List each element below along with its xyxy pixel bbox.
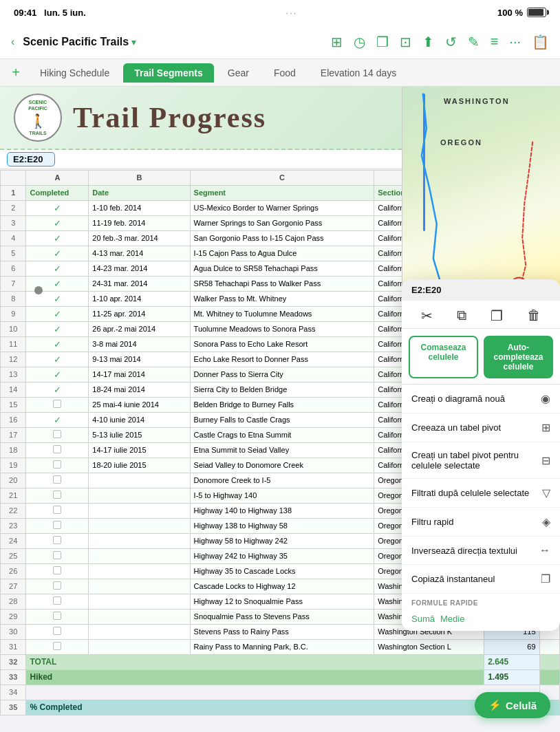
checkmark-icon: ✓ bbox=[54, 415, 61, 425]
checkbox-icon bbox=[53, 430, 61, 438]
merge-cells-button[interactable]: Comaseaza celulele bbox=[409, 336, 478, 378]
hiked-row: 33 Hiked 1.495 bbox=[1, 669, 560, 685]
pencil-icon[interactable]: ✎ bbox=[468, 34, 480, 50]
total-row: 32 TOTAL 2.645 bbox=[1, 654, 560, 669]
cell-button-label: Celulă bbox=[506, 700, 537, 711]
reverse-text-item[interactable]: Inversează direcția textului ↔ bbox=[402, 537, 560, 565]
create-pivot-item[interactable]: Creeaza un tabel pivot ⊞ bbox=[402, 413, 560, 442]
auto-complete-button[interactable]: Auto-completeaza celulele bbox=[484, 336, 553, 378]
checkmark-icon: ✓ bbox=[54, 203, 61, 213]
checkbox-icon bbox=[53, 445, 61, 453]
checkmark-icon: ✓ bbox=[54, 218, 61, 228]
delete-button[interactable]: 🗑 bbox=[527, 308, 541, 324]
filter-by-cells-item[interactable]: Filtrati după celulele selectate ▽ bbox=[402, 479, 560, 508]
back-button[interactable]: ‹ bbox=[11, 36, 14, 48]
formulas-row: Sumă Medie bbox=[402, 610, 560, 631]
status-battery: 100 % bbox=[497, 8, 546, 18]
context-top-buttons: Comaseaza celulele Auto-completeaza celu… bbox=[402, 329, 560, 385]
create-chart-item[interactable]: Creați o diagramă nouă ◉ bbox=[402, 385, 560, 413]
tabs: + Hiking Schedule Trail Segments Gear Fo… bbox=[0, 59, 560, 87]
lightning-icon: ⚡ bbox=[488, 699, 502, 711]
checkbox-icon bbox=[53, 506, 61, 514]
checkbox-icon bbox=[53, 596, 61, 605]
checkmark-icon: ✓ bbox=[54, 309, 61, 319]
photo-icon[interactable]: ⊡ bbox=[400, 34, 411, 50]
checkbox-icon bbox=[53, 566, 61, 574]
total-label: TOTAL bbox=[26, 654, 484, 669]
checkbox-icon bbox=[53, 460, 61, 469]
checkmark-icon: ✓ bbox=[54, 294, 61, 304]
tab-hiking-schedule[interactable]: Hiking Schedule bbox=[29, 63, 120, 83]
checkbox-icon bbox=[53, 642, 61, 650]
checkmark-icon: ✓ bbox=[54, 354, 61, 365]
checkbox-icon bbox=[53, 612, 61, 620]
checkbox-icon bbox=[53, 400, 61, 408]
clock-icon[interactable]: ◷ bbox=[354, 34, 365, 50]
empty-row-34: 34 bbox=[1, 685, 560, 700]
checkbox-icon bbox=[53, 627, 61, 635]
checkmark-icon: ✓ bbox=[54, 385, 61, 395]
pct-label: % Completed bbox=[26, 700, 484, 715]
context-menu: E2:E20 ✂ ⧉ ❐ 🗑 Comaseaza celulele Auto-c… bbox=[402, 279, 560, 631]
h-segment: Segment bbox=[190, 185, 374, 200]
status-time: 09:41 lun. 5 iun. bbox=[14, 8, 86, 18]
hiked-label: Hiked bbox=[26, 669, 484, 685]
logo: SCENIC PACIFIC 🚶 TRAILS bbox=[14, 94, 62, 142]
table-row[interactable]: 31Rainy Pass to Manning Park, B.C.Washin… bbox=[1, 639, 560, 654]
cell-reference: E2:E20 bbox=[7, 152, 55, 166]
table-icon[interactable]: ⊞ bbox=[331, 34, 343, 50]
tab-gear[interactable]: Gear bbox=[217, 63, 260, 83]
checkbox-icon bbox=[53, 551, 61, 559]
checkmark-icon: ✓ bbox=[54, 279, 61, 289]
freeze-indicator[interactable] bbox=[34, 286, 43, 294]
context-menu-cell-ref: E2:E20 bbox=[402, 279, 560, 301]
checkmark-icon: ✓ bbox=[54, 248, 61, 259]
checkbox-icon bbox=[53, 581, 61, 590]
more-icon[interactable]: ··· bbox=[509, 34, 521, 50]
tab-elevation[interactable]: Elevation 14 days bbox=[310, 63, 408, 83]
toolbar: ‹ Scenic Pacific Trails ▾ ⊞ ◷ ❐ ⊡ ⬆ ↺ ✎ … bbox=[0, 25, 560, 59]
context-menu-quick-actions: ✂ ⧉ ❐ 🗑 bbox=[402, 301, 560, 329]
checkbox-icon bbox=[53, 536, 61, 544]
tab-trail-segments[interactable]: Trail Segments bbox=[123, 63, 214, 83]
spreadsheet-container: SCENIC PACIFIC 🚶 TRAILS Trail Progress W… bbox=[0, 87, 560, 732]
document-title: Scenic Pacific Trails bbox=[23, 36, 129, 48]
back-chevron-icon: ‹ bbox=[11, 36, 14, 48]
paste-button[interactable]: ❐ bbox=[491, 308, 503, 324]
page-title: Trail Progress bbox=[73, 101, 266, 134]
col-c-header[interactable]: C bbox=[190, 170, 374, 185]
tab-food[interactable]: Food bbox=[263, 63, 307, 83]
corner-header bbox=[1, 170, 26, 185]
checkbox-icon bbox=[53, 475, 61, 484]
formulas-section-label: FORMULE RAPIDE bbox=[402, 594, 560, 610]
battery-icon bbox=[527, 8, 546, 17]
share-icon[interactable]: ⬆ bbox=[422, 34, 434, 50]
total-value: 2.645 bbox=[484, 654, 539, 669]
title-chevron-icon[interactable]: ▾ bbox=[131, 36, 136, 47]
sum-formula[interactable]: Sumă bbox=[411, 614, 435, 624]
copy-instant-item[interactable]: Copiază instantaneul ❐ bbox=[402, 565, 560, 594]
copy-icon[interactable]: ❐ bbox=[376, 34, 389, 50]
h-date: Date bbox=[89, 185, 190, 200]
copy-format-button[interactable]: ⧉ bbox=[457, 308, 466, 324]
status-dots: ··· bbox=[286, 8, 298, 18]
average-formula[interactable]: Medie bbox=[440, 614, 464, 624]
pivot-selected-item[interactable]: Creați un tabel pivot pentru celulele se… bbox=[402, 442, 560, 479]
status-bar: 09:41 lun. 5 iun. ··· 100 % bbox=[0, 0, 560, 25]
checkbox-icon bbox=[53, 521, 61, 529]
col-b-header[interactable]: B bbox=[89, 170, 190, 185]
checkmark-icon: ✓ bbox=[54, 233, 61, 244]
cut-button[interactable]: ✂ bbox=[421, 308, 433, 324]
checkbox-icon bbox=[53, 491, 61, 499]
menu-icon[interactable]: ≡ bbox=[491, 34, 499, 50]
quick-filter-item[interactable]: Filtru rapid ◈ bbox=[402, 508, 560, 537]
col-a-header[interactable]: A bbox=[26, 170, 89, 185]
checkmark-icon: ✓ bbox=[54, 369, 61, 380]
hiked-value: 1.495 bbox=[484, 669, 539, 685]
checkmark-icon: ✓ bbox=[54, 263, 61, 274]
clipboard-icon[interactable]: 📋 bbox=[532, 34, 549, 50]
refresh-icon[interactable]: ↺ bbox=[445, 34, 457, 50]
add-tab-button[interactable]: + bbox=[6, 65, 26, 80]
cell-button[interactable]: ⚡ Celulă bbox=[475, 692, 550, 718]
h-completed: Completed bbox=[26, 185, 89, 200]
